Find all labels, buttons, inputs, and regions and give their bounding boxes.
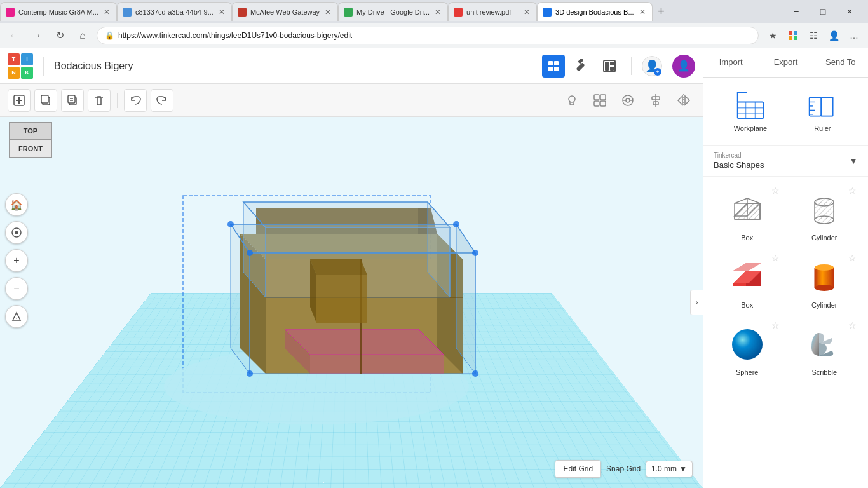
tab-close-contemp[interactable]: ✕ [102,6,111,18]
refresh-button[interactable]: ↻ [51,27,69,44]
shape-label-scribble: Scribble [811,369,837,376]
svg-rect-29 [600,101,606,106]
shape-item-cyl-wire[interactable]: ☆ [786,182,864,249]
tab-close-mcafee[interactable]: ✕ [323,6,332,18]
add-user-plus: + [654,68,661,76]
blue-sphere-svg [728,325,766,363]
panel-collapse-button[interactable]: › [690,290,703,315]
shape-star-scribble[interactable]: ☆ [848,320,857,330]
home-button[interactable]: ⌂ [74,27,92,44]
fit-view-button[interactable] [5,221,28,244]
zoom-in-button[interactable]: + [5,249,28,272]
redo-button[interactable] [151,89,173,112]
hammer-icon-button[interactable] [570,55,593,78]
shapes-category-label: Basic Shapes [714,160,764,170]
minimize-button[interactable]: − [783,0,810,23]
svg-rect-0 [789,31,792,35]
tab-favicon-c81 [123,8,132,17]
more-options-button[interactable]: … [845,27,863,44]
svg-point-72 [247,250,253,256]
align-button[interactable] [644,89,667,112]
tab-unit[interactable]: unit review.pdf ✕ [448,2,537,21]
tinkercad-icon-button[interactable] [784,27,802,44]
logo-cell-t: T [8,53,20,65]
maximize-button[interactable]: □ [810,0,836,23]
shape-icon-sphere [727,324,768,365]
tab-close-unit[interactable]: ✕ [522,6,531,18]
tab-drive[interactable]: My Drive - Google Dri... ✕ [338,2,448,21]
shape-item-scribble[interactable]: ☆ [786,316,864,384]
perspective-button[interactable] [5,305,28,328]
navigation-controls: 🏠 + − [5,193,28,328]
bookmark-star-button[interactable]: ★ [764,27,782,44]
tinkercad-logo: T I N K [8,53,33,79]
svg-point-113 [732,329,763,360]
panel-tab-import[interactable]: Import [703,48,758,77]
workplane-icon-svg [735,89,766,122]
shape-item-cyl-orange[interactable]: ☆ [786,249,864,316]
shape-star-cyl-orange[interactable]: ☆ [848,253,857,263]
snap-grid-number: 1.0 mm [651,464,677,473]
shape-icon-box-wire [727,189,768,230]
profile-small-button[interactable]: 👤 [825,27,843,44]
zoom-out-button[interactable]: − [5,277,28,300]
shape-star-cyl-wire[interactable]: ☆ [848,186,857,196]
new-shape-button[interactable] [8,89,31,112]
panel-tab-sendto[interactable]: Send To [813,48,868,77]
shape-item-sphere[interactable]: ☆ Sphe [709,316,786,384]
grid-view-button[interactable] [542,55,565,78]
tab-contemp[interactable]: Contemp Music Gr8A M... ✕ [0,2,117,21]
copy-icon [39,94,52,107]
tab-close-3d[interactable]: ✕ [638,6,647,18]
ungroup-button[interactable] [616,89,639,112]
view-mode-group [542,55,621,78]
window-controls: − □ × [783,0,868,23]
tab-close-c81[interactable]: ✕ [217,6,226,18]
shape-star-sphere[interactable]: ☆ [771,320,780,330]
copy-button[interactable] [34,89,57,112]
view-cube-front[interactable]: FRONT [9,140,52,158]
back-button[interactable]: ← [5,27,23,44]
tab-mcafee[interactable]: McAfee Web Gateway ✕ [232,2,338,21]
svg-marker-53 [243,202,450,227]
mirror-button[interactable] [672,89,695,112]
tab-close-drive[interactable]: ✕ [433,6,442,18]
snap-grid-value-selector[interactable]: 1.0 mm ▼ [646,461,693,477]
view-cube-top[interactable]: TOP [9,122,52,140]
tab-favicon-drive [344,8,353,17]
paste-button[interactable] [61,89,84,112]
light-bulb-button[interactable] [560,89,583,112]
panel-tab-export[interactable]: Export [758,48,813,77]
delete-button[interactable] [88,89,111,112]
new-tab-button[interactable]: + [653,3,670,20]
tab-3d[interactable]: 3D design Bodacious B... ✕ [537,2,653,21]
dashboard-icon-button[interactable] [598,55,621,78]
add-user-button[interactable]: 👤+ [642,56,662,76]
profile-avatar[interactable]: 👤 [672,55,695,78]
shape-label-sphere: Sphere [736,369,758,376]
home-view-button[interactable]: 🏠 [5,193,28,216]
viewport[interactable]: TOP FRONT 🏠 + − [0,117,703,488]
workplane-label: Workplane [734,125,767,132]
logo-cell-i: I [21,53,33,65]
workplane-tool[interactable]: Workplane [726,85,775,137]
view-cube[interactable]: TOP FRONT [5,122,56,179]
shape-star-box-wire[interactable]: ☆ [771,186,780,196]
svg-rect-28 [594,101,599,106]
address-bar[interactable]: 🔒 https://www.tinkercad.com/things/leeD1… [97,27,759,44]
collections-button[interactable]: ☷ [804,27,822,44]
app-bar: T I N K Bodacious Bigery [0,48,703,84]
forward-button[interactable]: → [28,27,46,44]
svg-rect-2 [789,36,792,40]
close-button[interactable]: × [836,0,863,23]
undo-button[interactable] [124,89,147,112]
edit-grid-button[interactable]: Edit Grid [555,460,601,478]
tab-c81[interactable]: c81337cd-a3ba-44b4-9... ✕ [117,2,232,21]
panel-tools: Workplane [703,78,868,146]
group-button[interactable] [588,89,611,112]
shape-item-box-red[interactable]: ☆ Box [709,249,786,316]
shape-item-box-wire[interactable]: ☆ [709,182,786,249]
ruler-tool[interactable]: Ruler [799,85,845,137]
shape-star-box-red[interactable]: ☆ [771,253,780,263]
shapes-category-dropdown[interactable]: Tinkercad Basic Shapes ▼ [703,146,868,177]
